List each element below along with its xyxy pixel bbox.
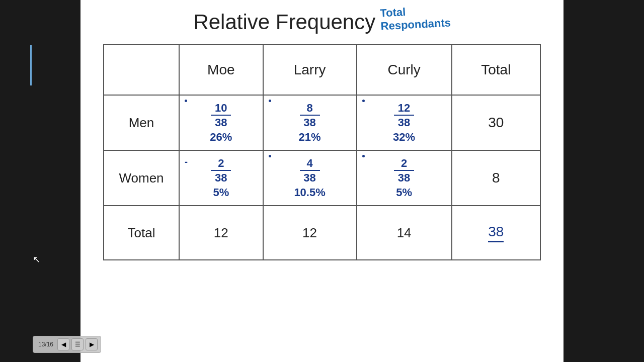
numerator-women-curly: 2 bbox=[401, 157, 407, 169]
numerator-men-curly: 12 bbox=[398, 102, 410, 114]
denominator-women-moe: 38 bbox=[215, 171, 227, 184]
fraction-men-moe: 10 38 bbox=[211, 102, 231, 129]
numerator-men-larry: 8 bbox=[306, 102, 312, 114]
fraction-women-moe: 2 38 bbox=[211, 157, 231, 185]
col-header-larry: Larry bbox=[263, 45, 357, 95]
cell-men-larry: 8 38 21% bbox=[263, 95, 357, 150]
percent-men-larry: 21% bbox=[299, 131, 321, 144]
dot-men-curly bbox=[362, 100, 365, 102]
cell-content-total-curly: 14 bbox=[363, 210, 445, 255]
cell-content-women-curly: 2 38 5% bbox=[363, 155, 445, 201]
table-row-women: Women - 2 38 5% bbox=[104, 150, 540, 206]
cell-total-grand: 38 bbox=[452, 206, 540, 260]
cell-total-curly: 14 bbox=[357, 206, 452, 260]
table-row-total: Total 12 12 14 bbox=[104, 206, 540, 260]
fraction-women-curly: 2 38 bbox=[394, 157, 414, 185]
cell-men-moe: 10 38 26% bbox=[179, 95, 263, 150]
dash-women-moe: - bbox=[185, 157, 188, 167]
cell-content-women-larry: 4 38 10.5% bbox=[270, 155, 350, 201]
fraction-bar-men-moe bbox=[211, 115, 231, 116]
nav-prev-button[interactable]: ◀ bbox=[57, 338, 69, 350]
fraction-bar-women-larry bbox=[300, 170, 320, 171]
cell-content-men-curly: 12 38 32% bbox=[363, 100, 445, 145]
row-label-men: Men bbox=[104, 95, 179, 150]
numerator-women-moe: 2 bbox=[218, 157, 224, 169]
cell-content-total-larry: 12 bbox=[270, 210, 350, 255]
total-curly: 14 bbox=[397, 225, 412, 241]
cell-men-total: 30 bbox=[452, 95, 540, 150]
right-panel bbox=[564, 0, 644, 362]
numerator-women-larry: 4 bbox=[306, 157, 312, 169]
frequency-table-container: Moe Larry Curly Total Men 10 bbox=[103, 44, 541, 260]
denominator-men-moe: 38 bbox=[215, 116, 227, 129]
cell-content-women-total: 8 bbox=[458, 155, 534, 201]
col-header-curly: Curly bbox=[357, 45, 452, 95]
cell-women-larry: 4 38 10.5% bbox=[263, 150, 357, 206]
total-larry: 12 bbox=[302, 225, 317, 241]
dot-women-curly bbox=[362, 155, 365, 157]
percent-men-moe: 26% bbox=[210, 131, 232, 144]
cell-women-total: 8 bbox=[452, 150, 540, 206]
row-label-total: Total bbox=[104, 206, 179, 260]
fraction-bar-women-curly bbox=[394, 170, 414, 171]
percent-men-curly: 32% bbox=[393, 131, 415, 144]
grand-total: 38 bbox=[488, 224, 504, 242]
fraction-bar-men-larry bbox=[300, 115, 320, 116]
slide-nav-bar: 13/16 ◀ ☰ ▶ bbox=[33, 336, 101, 353]
cell-men-curly: 12 38 32% bbox=[357, 95, 452, 150]
percent-women-larry: 10.5% bbox=[294, 186, 325, 199]
total-moe: 12 bbox=[214, 225, 228, 241]
cell-content-men-moe: 10 38 26% bbox=[186, 100, 257, 145]
frequency-table: Moe Larry Curly Total Men 10 bbox=[103, 44, 541, 260]
cell-content-total-grand: 38 bbox=[458, 210, 534, 255]
percent-women-moe: 5% bbox=[213, 186, 229, 199]
cell-content-men-total: 30 bbox=[458, 100, 534, 145]
left-line-decoration bbox=[30, 45, 32, 85]
col-header-total: Total bbox=[452, 45, 540, 95]
title-area: Relative Frequency TotalRespondants bbox=[96, 10, 548, 34]
nav-menu-button[interactable]: ☰ bbox=[71, 338, 84, 350]
page-title: Relative Frequency bbox=[193, 10, 375, 34]
total-women: 8 bbox=[492, 170, 500, 186]
cell-women-moe: - 2 38 5% bbox=[179, 150, 263, 206]
col-header-empty bbox=[104, 45, 179, 95]
cell-total-larry: 12 bbox=[263, 206, 357, 260]
denominator-women-larry: 38 bbox=[303, 171, 315, 184]
fraction-bar-women-moe bbox=[211, 170, 231, 171]
left-panel bbox=[0, 0, 80, 362]
slide-count: 13/16 bbox=[38, 341, 53, 348]
percent-women-curly: 5% bbox=[396, 186, 412, 199]
denominator-men-larry: 38 bbox=[303, 116, 315, 129]
cell-women-curly: 2 38 5% bbox=[357, 150, 452, 206]
cell-total-moe: 12 bbox=[179, 206, 263, 260]
fraction-women-larry: 4 38 bbox=[300, 157, 320, 185]
cell-content-women-moe: 2 38 5% bbox=[186, 155, 257, 201]
cell-content-total-moe: 12 bbox=[186, 210, 257, 255]
fraction-men-curly: 12 38 bbox=[394, 102, 414, 129]
col-header-moe: Moe bbox=[179, 45, 263, 95]
cell-content-men-larry: 8 38 21% bbox=[270, 100, 350, 145]
mouse-cursor: ↖ bbox=[33, 254, 40, 265]
fraction-men-larry: 8 38 bbox=[300, 102, 320, 129]
fraction-bar-men-curly bbox=[394, 115, 414, 116]
row-label-women: Women bbox=[104, 150, 179, 206]
numerator-men-moe: 10 bbox=[215, 102, 227, 114]
total-men: 30 bbox=[488, 115, 504, 131]
dot-men-moe bbox=[185, 100, 187, 102]
denominator-men-curly: 38 bbox=[398, 116, 410, 129]
denominator-women-curly: 38 bbox=[398, 171, 410, 184]
dot-men-larry bbox=[269, 100, 271, 102]
annotation-total-respondants: TotalRespondants bbox=[380, 3, 451, 33]
nav-next-button[interactable]: ▶ bbox=[86, 338, 98, 350]
dot-women-larry bbox=[269, 155, 271, 157]
main-content: Relative Frequency TotalRespondants Moe … bbox=[80, 0, 564, 362]
table-row-men: Men 10 38 26% bbox=[104, 95, 540, 150]
